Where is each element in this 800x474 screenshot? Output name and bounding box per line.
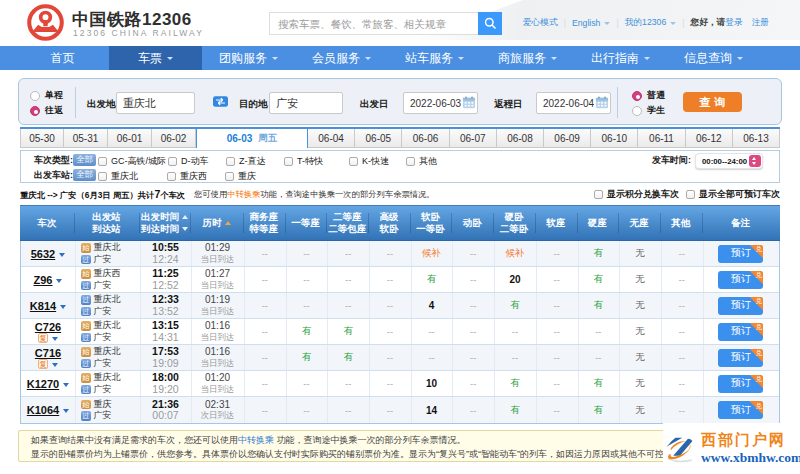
nav-item-1[interactable]: 车票 <box>109 46 202 70</box>
book-button[interactable]: 预订兑 <box>718 401 763 419</box>
checkbox-icon[interactable] <box>406 157 415 166</box>
expand-caret-icon[interactable] <box>63 409 69 413</box>
train-number-link[interactable]: C716 <box>35 347 61 359</box>
nav-item-6[interactable]: 出行指南 <box>574 46 667 70</box>
train-number-link[interactable]: K814 <box>30 300 56 312</box>
radio-selected-icon[interactable] <box>30 106 40 116</box>
nav-item-0[interactable]: 首页 <box>16 46 109 70</box>
sort-desc-icon[interactable] <box>182 227 188 231</box>
checkbox-icon[interactable] <box>594 190 603 199</box>
date-tab[interactable]: 06-08 <box>497 129 544 148</box>
date-tab[interactable]: 06-06 <box>402 129 449 148</box>
nav-item-3[interactable]: 会员服务 <box>295 46 388 70</box>
expand-caret-icon[interactable] <box>59 253 65 257</box>
expand-caret-icon[interactable] <box>63 383 69 387</box>
book-button[interactable]: 预订兑 <box>718 375 763 393</box>
date-tab[interactable]: 06-13 <box>733 129 780 148</box>
expand-caret-icon[interactable] <box>52 337 58 341</box>
date-tab[interactable]: 06-05 <box>355 129 402 148</box>
station-filter-0[interactable]: 重庆北 <box>98 170 138 183</box>
date-tab[interactable]: 06-10 <box>591 129 638 148</box>
column-header-2[interactable]: 出发时间到达时间 <box>139 206 190 240</box>
trip-roundtrip-option[interactable]: 往返 <box>30 103 63 118</box>
expand-caret-icon[interactable] <box>52 363 58 367</box>
checkbox-icon[interactable] <box>225 172 234 181</box>
column-header-3[interactable]: 历时 <box>190 206 243 240</box>
train-type-filter-1[interactable]: D-动车 <box>168 155 209 168</box>
nav-item-5[interactable]: 商旅服务 <box>481 46 574 70</box>
checkbox-icon[interactable] <box>98 172 107 181</box>
train-row: K1270始重庆北过广安18:0019:2001:20当日到达--------1… <box>21 371 779 397</box>
sort-asc-icon[interactable] <box>182 215 188 219</box>
nav-item-7[interactable]: 信息查询 <box>667 46 760 70</box>
checkbox-icon[interactable] <box>98 157 107 166</box>
date-tab[interactable]: 06-07 <box>450 129 497 148</box>
train-number-link[interactable]: K1064 <box>27 404 59 416</box>
book-button[interactable]: 预订兑 <box>718 271 763 289</box>
date-tab[interactable]: 05-30 <box>20 129 64 148</box>
login-link[interactable]: 登录 <box>725 17 742 29</box>
passenger-normal-option[interactable]: 普通 <box>632 88 665 103</box>
train-type-filter-0[interactable]: GC-高铁/城际 <box>98 155 166 168</box>
passenger-student-option[interactable]: 学生 <box>632 103 665 118</box>
depart-time-select[interactable]: 00:00--24:00 <box>695 153 763 169</box>
column-title: 到达时间 <box>141 223 179 235</box>
show-points-trains-option[interactable]: 显示积分兑换车次 <box>594 188 679 201</box>
date-tab[interactable]: 06-02 <box>152 129 196 148</box>
expand-caret-icon[interactable] <box>56 279 62 283</box>
checkbox-icon[interactable] <box>167 172 176 181</box>
train-type-filter-4[interactable]: K-快速 <box>349 155 389 168</box>
my12306-link[interactable]: 我的12306 <box>625 17 667 29</box>
radio-selected-icon[interactable] <box>632 91 642 101</box>
trip-type-group: 单程 往返 <box>30 88 63 118</box>
checkbox-icon[interactable] <box>284 157 293 166</box>
fuxing-badge: 复 <box>38 333 48 343</box>
register-link[interactable]: 注册 <box>752 17 769 29</box>
date-tab[interactable]: 06-09 <box>544 129 591 148</box>
search-input[interactable] <box>269 12 478 35</box>
book-button[interactable]: 预订兑 <box>718 323 763 341</box>
nav-item-2[interactable]: 团购服务 <box>202 46 295 70</box>
language-link[interactable]: English <box>572 18 601 28</box>
swap-stations-icon[interactable] <box>213 96 228 107</box>
care-mode-link[interactable]: 爱心模式 <box>523 17 558 29</box>
search-button[interactable] <box>478 12 502 35</box>
train-number-link[interactable]: K1270 <box>27 378 59 390</box>
radio-icon[interactable] <box>632 106 642 116</box>
expand-caret-icon[interactable] <box>60 305 66 309</box>
train-number-link[interactable]: Z96 <box>34 274 53 286</box>
sort-asc-icon[interactable] <box>225 221 231 225</box>
column-title: 历时 <box>203 217 222 229</box>
book-button[interactable]: 预订兑 <box>718 245 763 263</box>
book-button[interactable]: 预订兑 <box>718 297 763 315</box>
checkbox-icon[interactable] <box>686 190 695 199</box>
book-button[interactable]: 预订兑 <box>718 349 763 367</box>
calendar-icon[interactable] <box>595 96 609 109</box>
to-station-input[interactable] <box>269 92 343 114</box>
from-station-input[interactable] <box>116 92 195 114</box>
date-tab-active[interactable]: 06-03周五 <box>196 129 308 148</box>
date-tab[interactable]: 06-04 <box>308 129 355 148</box>
date-tab[interactable]: 06-11 <box>638 129 685 148</box>
train-number-link[interactable]: C726 <box>35 321 61 333</box>
date-tab[interactable]: 06-01 <box>108 129 152 148</box>
train-number-link[interactable]: 5632 <box>31 248 55 260</box>
checkbox-icon[interactable] <box>349 157 358 166</box>
date-tab[interactable]: 05-31 <box>64 129 108 148</box>
station-filter-1[interactable]: 重庆西 <box>167 170 207 183</box>
train-type-filter-5[interactable]: 其他 <box>406 155 437 168</box>
radio-icon[interactable] <box>30 91 40 101</box>
station-filter-2[interactable]: 重庆 <box>225 170 256 183</box>
nav-item-4[interactable]: 站车服务 <box>388 46 481 70</box>
date-tab[interactable]: 06-12 <box>686 129 733 148</box>
transfer-link[interactable]: 中转换乘 <box>238 435 274 445</box>
train-type-filter-2[interactable]: Z-直达 <box>226 155 266 168</box>
transfer-link[interactable]: 中转换乘 <box>227 189 260 199</box>
train-type-filter-3[interactable]: T-特快 <box>284 155 323 168</box>
trip-oneway-option[interactable]: 单程 <box>30 88 63 103</box>
checkbox-icon[interactable] <box>226 157 235 166</box>
calendar-icon[interactable] <box>462 96 476 109</box>
query-button[interactable]: 查询 <box>683 92 742 112</box>
show-all-bookable-option[interactable]: 显示全部可预订车次 <box>686 188 780 201</box>
checkbox-icon[interactable] <box>168 157 177 166</box>
